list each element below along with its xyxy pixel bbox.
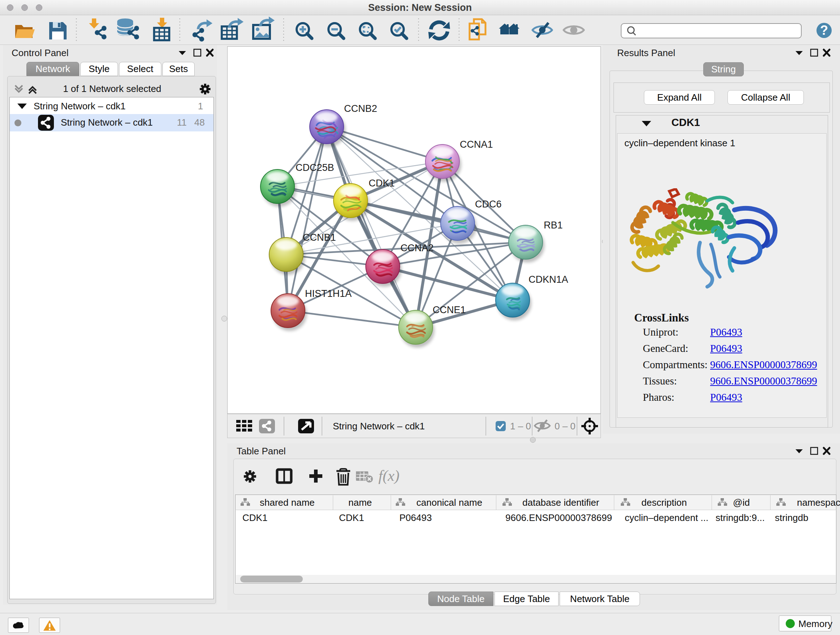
svg-text:?: ? xyxy=(820,23,828,38)
svg-text:CCNA2: CCNA2 xyxy=(401,242,434,253)
svg-text:CDK1: CDK1 xyxy=(369,178,395,188)
svg-text:String Network – cdk1: String Network – cdk1 xyxy=(333,421,425,432)
svg-text:CDKN1A: CDKN1A xyxy=(529,274,568,285)
svg-text:CDC6: CDC6 xyxy=(475,199,502,210)
svg-text:CDC25B: CDC25B xyxy=(295,162,334,173)
svg-text:RB1: RB1 xyxy=(544,220,563,231)
svg-text:0 – 0: 0 – 0 xyxy=(554,421,576,432)
svg-text:CCNB1: CCNB1 xyxy=(303,232,336,243)
svg-text:CCNA1: CCNA1 xyxy=(460,139,493,150)
svg-text:CCNE1: CCNE1 xyxy=(433,304,466,315)
svg-text:HIST1H1A: HIST1H1A xyxy=(305,288,352,299)
svg-text:f(x): f(x) xyxy=(378,467,399,485)
svg-text:CCNB2: CCNB2 xyxy=(344,103,377,114)
svg-text:1 – 0: 1 – 0 xyxy=(510,421,531,432)
